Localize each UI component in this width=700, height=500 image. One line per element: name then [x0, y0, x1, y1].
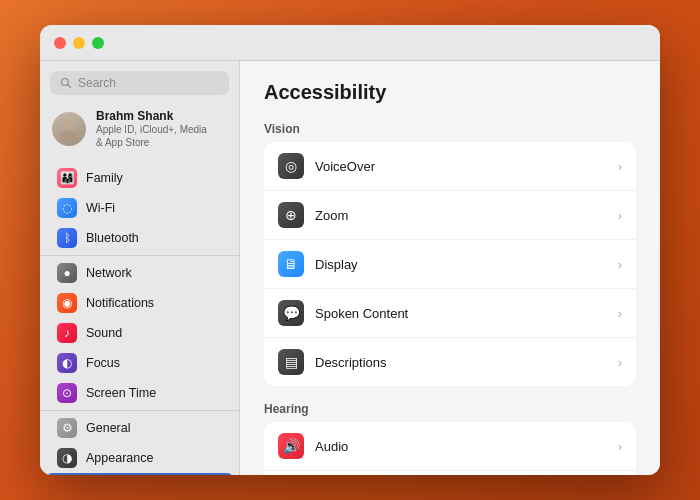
- sidebar-divider: [40, 255, 239, 256]
- sidebar-item-wifi[interactable]: ◌Wi-Fi: [45, 193, 234, 223]
- sidebar-item-bluetooth[interactable]: ᛒBluetooth: [45, 223, 234, 253]
- voiceover-row-icon: ◎: [278, 153, 304, 179]
- focus-label: Focus: [86, 356, 120, 370]
- notifications-icon: ◉: [57, 293, 77, 313]
- audio-chevron-icon: ›: [618, 439, 622, 454]
- descriptions-row-label: Descriptions: [315, 355, 618, 370]
- traffic-lights: [54, 37, 104, 49]
- spoken-row-label: Spoken Content: [315, 306, 618, 321]
- settings-group-vision: ◎VoiceOver›⊕Zoom›🖥Display›💬Spoken Conten…: [264, 142, 636, 386]
- svg-point-2: [64, 120, 74, 130]
- user-subtitle: Apple ID, iCloud+, Media& App Store: [96, 123, 207, 149]
- network-label: Network: [86, 266, 132, 280]
- sidebar-item-accessibility[interactable]: ♿Accessibility: [45, 473, 234, 475]
- settings-row-audio[interactable]: 🔊Audio›: [264, 422, 636, 471]
- search-icon: [60, 77, 72, 89]
- focus-icon: ◐: [57, 353, 77, 373]
- minimize-button[interactable]: [73, 37, 85, 49]
- sound-label: Sound: [86, 326, 122, 340]
- system-preferences-window: Search Brahm Shank Apple ID, iCloud+, Me…: [40, 25, 660, 475]
- sidebar-item-family[interactable]: 👨‍👩‍👧Family: [45, 163, 234, 193]
- screentime-icon: ⊙: [57, 383, 77, 403]
- sidebar-divider: [40, 410, 239, 411]
- page-title: Accessibility: [264, 81, 636, 104]
- window-content: Search Brahm Shank Apple ID, iCloud+, Me…: [40, 61, 660, 475]
- search-placeholder: Search: [78, 76, 116, 90]
- descriptions-chevron-icon: ›: [618, 355, 622, 370]
- wifi-icon: ◌: [57, 198, 77, 218]
- display-row-label: Display: [315, 257, 618, 272]
- settings-row-spoken[interactable]: 💬Spoken Content›: [264, 289, 636, 338]
- avatar: [52, 112, 86, 146]
- main-content: Accessibility Vision◎VoiceOver›⊕Zoom›🖥Di…: [240, 61, 660, 475]
- bluetooth-label: Bluetooth: [86, 231, 139, 245]
- settings-row-display[interactable]: 🖥Display›: [264, 240, 636, 289]
- zoom-row-label: Zoom: [315, 208, 618, 223]
- sidebar-items: 👨‍👩‍👧Family◌Wi-FiᛒBluetooth●Network◉Noti…: [40, 163, 239, 475]
- settings-row-descriptions[interactable]: ▤Descriptions›: [264, 338, 636, 386]
- sidebar-item-appearance[interactable]: ◑Appearance: [45, 443, 234, 473]
- display-row-icon: 🖥: [278, 251, 304, 277]
- network-icon: ●: [57, 263, 77, 283]
- display-chevron-icon: ›: [618, 257, 622, 272]
- appearance-icon: ◑: [57, 448, 77, 468]
- descriptions-row-icon: ▤: [278, 349, 304, 375]
- section-header-vision: Vision: [264, 122, 636, 136]
- spoken-chevron-icon: ›: [618, 306, 622, 321]
- spoken-row-icon: 💬: [278, 300, 304, 326]
- family-label: Family: [86, 171, 123, 185]
- search-box[interactable]: Search: [50, 71, 229, 95]
- sidebar-item-screentime[interactable]: ⊙Screen Time: [45, 378, 234, 408]
- section-header-hearing: Hearing: [264, 402, 636, 416]
- general-label: General: [86, 421, 130, 435]
- sound-icon: ♪: [57, 323, 77, 343]
- audio-row-icon: 🔊: [278, 433, 304, 459]
- general-icon: ⚙: [57, 418, 77, 438]
- sidebar-item-general[interactable]: ⚙General: [45, 413, 234, 443]
- settings-row-voiceover[interactable]: ◎VoiceOver›: [264, 142, 636, 191]
- svg-point-3: [60, 131, 78, 140]
- settings-row-rtt[interactable]: ▤RTT›: [264, 471, 636, 475]
- user-info: Brahm Shank Apple ID, iCloud+, Media& Ap…: [96, 109, 207, 149]
- user-section[interactable]: Brahm Shank Apple ID, iCloud+, Media& Ap…: [40, 103, 239, 159]
- voiceover-row-label: VoiceOver: [315, 159, 618, 174]
- screentime-label: Screen Time: [86, 386, 156, 400]
- sidebar: Search Brahm Shank Apple ID, iCloud+, Me…: [40, 61, 240, 475]
- bluetooth-icon: ᛒ: [57, 228, 77, 248]
- zoom-row-icon: ⊕: [278, 202, 304, 228]
- wifi-label: Wi-Fi: [86, 201, 115, 215]
- sidebar-item-network[interactable]: ●Network: [45, 258, 234, 288]
- family-icon: 👨‍👩‍👧: [57, 168, 77, 188]
- zoom-chevron-icon: ›: [618, 208, 622, 223]
- appearance-label: Appearance: [86, 451, 153, 465]
- settings-group-hearing: 🔊Audio›▤RTT›💬Captions›🎙Live Captions (Be…: [264, 422, 636, 475]
- close-button[interactable]: [54, 37, 66, 49]
- audio-row-label: Audio: [315, 439, 618, 454]
- sidebar-item-sound[interactable]: ♪Sound: [45, 318, 234, 348]
- settings-row-zoom[interactable]: ⊕Zoom›: [264, 191, 636, 240]
- maximize-button[interactable]: [92, 37, 104, 49]
- notifications-label: Notifications: [86, 296, 154, 310]
- main-sections: Vision◎VoiceOver›⊕Zoom›🖥Display›💬Spoken …: [264, 122, 636, 475]
- title-bar: [40, 25, 660, 61]
- svg-line-1: [68, 85, 71, 88]
- voiceover-chevron-icon: ›: [618, 159, 622, 174]
- sidebar-item-focus[interactable]: ◐Focus: [45, 348, 234, 378]
- user-name: Brahm Shank: [96, 109, 207, 123]
- sidebar-item-notifications[interactable]: ◉Notifications: [45, 288, 234, 318]
